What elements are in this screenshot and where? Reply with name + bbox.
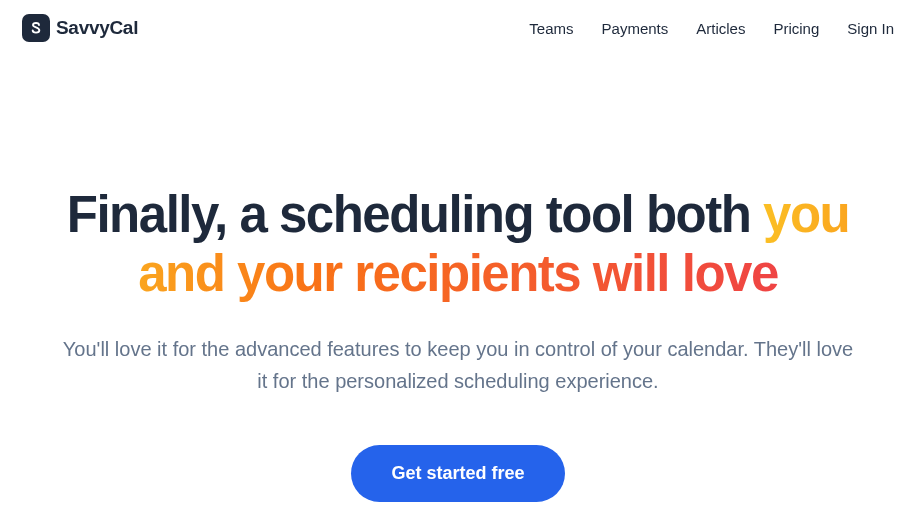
nav-link-payments[interactable]: Payments [602,20,669,37]
savvycal-logo-icon [22,14,50,42]
nav-link-sign-in[interactable]: Sign In [847,20,894,37]
hero-section: Finally, a scheduling tool both you and … [0,56,916,502]
get-started-button[interactable]: Get started free [351,445,564,502]
brand-logo[interactable]: SavvyCal [22,14,138,42]
site-header: SavvyCal Teams Payments Articles Pricing… [0,0,916,56]
logo-s-icon [28,20,44,36]
primary-nav: Teams Payments Articles Pricing Sign In [529,20,894,37]
hero-headline: Finally, a scheduling tool both you and … [20,186,896,303]
hero-subtitle: You'll love it for the advanced features… [58,333,858,397]
nav-link-teams[interactable]: Teams [529,20,573,37]
hero-headline-plain: Finally, a scheduling tool both [67,186,763,243]
nav-link-pricing[interactable]: Pricing [773,20,819,37]
nav-link-articles[interactable]: Articles [696,20,745,37]
brand-name: SavvyCal [56,17,138,39]
